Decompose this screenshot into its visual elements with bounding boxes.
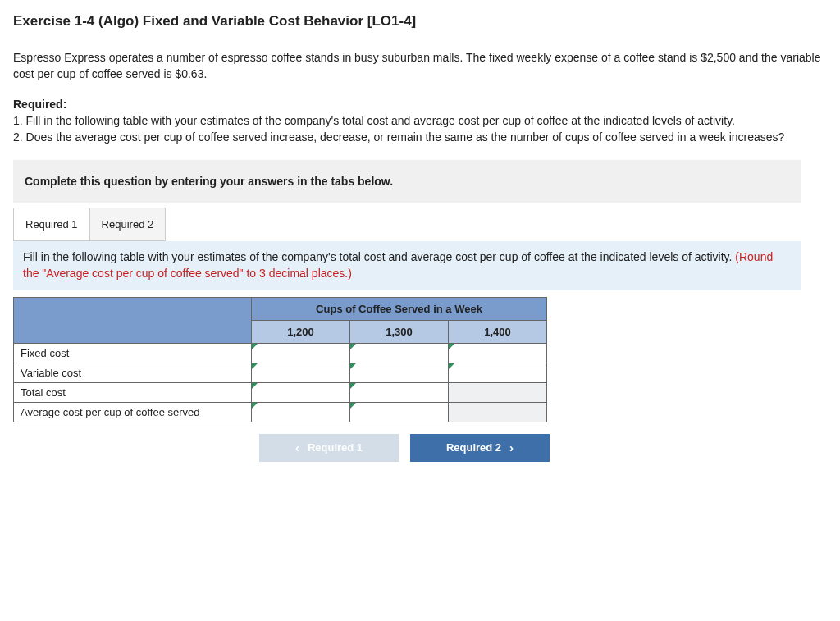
required-block: Required: 1. Fill in the following table… <box>13 96 827 146</box>
row-label-variable: Variable cost <box>14 363 252 382</box>
required-label: Required: <box>13 98 66 111</box>
table-row: Variable cost <box>14 363 547 382</box>
input-cell[interactable] <box>350 363 449 382</box>
instruction-text: Fill in the following table with your es… <box>23 250 735 263</box>
chevron-right-icon: › <box>509 441 514 454</box>
input-cell[interactable] <box>449 363 547 382</box>
prev-button[interactable]: ‹ Required 1 <box>259 434 399 462</box>
col-header-1400: 1,400 <box>449 320 547 343</box>
input-cell[interactable] <box>449 343 547 363</box>
tab-required-1[interactable]: Required 1 <box>13 208 90 241</box>
complete-instruction-bar: Complete this question by entering your … <box>13 160 801 203</box>
next-button-label: Required 2 <box>446 441 501 454</box>
col-header-1200: 1,200 <box>252 320 350 343</box>
input-cell[interactable] <box>350 343 449 363</box>
page-title: Exercise 1-4 (Algo) Fixed and Variable C… <box>13 13 827 30</box>
corner-cell <box>14 297 252 343</box>
row-label-average: Average cost per cup of coffee served <box>14 402 252 422</box>
table-row: Average cost per cup of coffee served <box>14 402 547 422</box>
table-row: Fixed cost <box>14 343 547 363</box>
input-cell[interactable] <box>350 382 449 402</box>
input-cell[interactable] <box>252 382 350 402</box>
next-button[interactable]: Required 2 › <box>410 434 550 462</box>
cost-table: Cups of Coffee Served in a Week 1,200 1,… <box>13 297 547 422</box>
col-header-1300: 1,300 <box>350 320 449 343</box>
required-item-2: 2. Does the average cost per cup of coff… <box>13 130 784 144</box>
prev-button-label: Required 1 <box>308 441 363 454</box>
input-cell[interactable] <box>350 402 449 422</box>
tabs: Required 1 Required 2 <box>13 208 827 241</box>
tab-required-2[interactable]: Required 2 <box>90 208 167 241</box>
nav-buttons: ‹ Required 1 Required 2 › <box>259 434 827 462</box>
table-row: Total cost <box>14 382 547 402</box>
chevron-left-icon: ‹ <box>295 441 299 454</box>
table-header-merged: Cups of Coffee Served in a Week <box>252 297 547 320</box>
input-cell[interactable] <box>252 363 350 382</box>
intro-text: Espresso Express operates a number of es… <box>13 49 827 83</box>
cell-disabled <box>449 402 547 422</box>
input-cell[interactable] <box>252 343 350 363</box>
row-label-fixed: Fixed cost <box>14 343 252 363</box>
input-cell[interactable] <box>252 402 350 422</box>
instruction-bar: Fill in the following table with your es… <box>13 241 801 290</box>
row-label-total: Total cost <box>14 382 252 402</box>
required-item-1: 1. Fill in the following table with your… <box>13 114 735 127</box>
cell-disabled <box>449 382 547 402</box>
